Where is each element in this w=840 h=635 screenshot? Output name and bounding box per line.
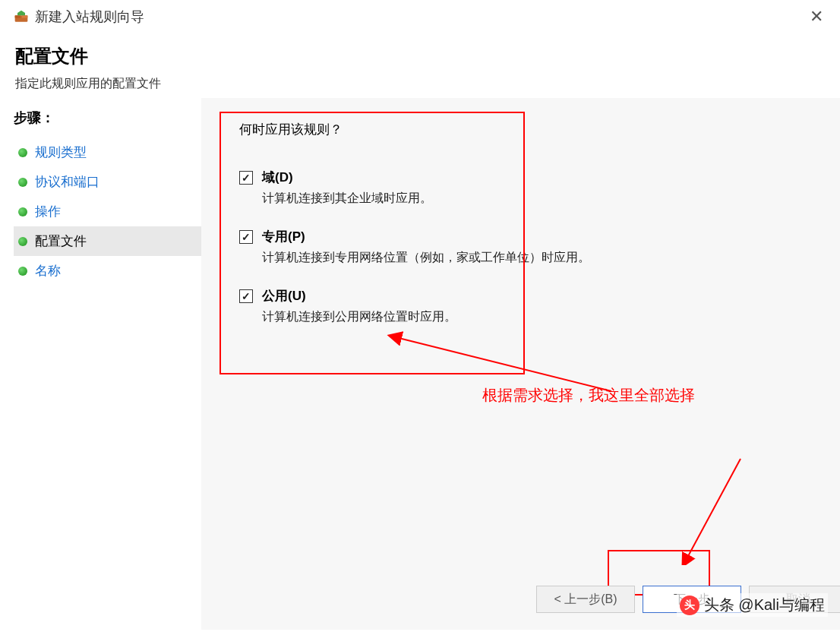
- titlebar: 新建入站规则向导 ✕: [0, 0, 840, 30]
- annotation-arrow-to-next: [680, 455, 748, 565]
- watermark: 头 头条 @Kali与编程: [677, 593, 828, 617]
- back-button[interactable]: < 上一步(B): [536, 586, 635, 613]
- step-protocol-port[interactable]: 协议和端口: [14, 167, 201, 197]
- firewall-icon: [14, 9, 29, 24]
- step-action[interactable]: 操作: [14, 197, 201, 226]
- option-private: 专用(P) 计算机连接到专用网络位置（例如，家或工作单位）时应用。: [239, 228, 810, 266]
- bullet-icon: [18, 237, 27, 246]
- option-public: 公用(U) 计算机连接到公用网络位置时应用。: [239, 287, 810, 325]
- watermark-logo-icon: 头: [680, 596, 699, 615]
- step-rule-type[interactable]: 规则类型: [14, 137, 201, 167]
- annotation-text: 根据需求选择，我这里全部选择: [482, 385, 695, 406]
- option-label: 域(D): [262, 169, 293, 186]
- question-text: 何时应用该规则？: [239, 121, 810, 138]
- content-pane: 何时应用该规则？ 域(D) 计算机连接到其企业域时应用。 专用(P) 计算机连接…: [201, 98, 840, 630]
- step-profile[interactable]: 配置文件: [14, 226, 201, 256]
- page-title: 配置文件: [15, 44, 825, 68]
- svg-rect-2: [22, 15, 28, 17]
- option-desc: 计算机连接到公用网络位置时应用。: [262, 309, 810, 325]
- step-label: 规则类型: [35, 144, 87, 161]
- header: 配置文件 指定此规则应用的配置文件: [0, 30, 840, 98]
- window-title: 新建入站规则向导: [35, 8, 144, 26]
- bullet-icon: [18, 267, 27, 276]
- checkbox-public[interactable]: [239, 289, 253, 303]
- option-domain: 域(D) 计算机连接到其企业域时应用。: [239, 169, 810, 207]
- option-desc: 计算机连接到其企业域时应用。: [262, 191, 810, 207]
- checkbox-private[interactable]: [239, 230, 253, 244]
- checkbox-domain[interactable]: [239, 171, 253, 185]
- step-label: 名称: [35, 262, 61, 280]
- bullet-icon: [18, 207, 27, 216]
- option-label: 公用(U): [262, 287, 306, 305]
- option-label: 专用(P): [262, 228, 305, 245]
- step-label: 配置文件: [35, 232, 87, 250]
- svg-rect-1: [15, 15, 21, 17]
- watermark-text: 头条 @Kali与编程: [704, 595, 825, 615]
- svg-line-3: [399, 338, 611, 391]
- bullet-icon: [18, 178, 27, 187]
- close-icon[interactable]: ✕: [802, 4, 831, 30]
- step-name[interactable]: 名称: [14, 256, 201, 286]
- page-subtitle: 指定此规则应用的配置文件: [15, 76, 825, 92]
- step-label: 协议和端口: [35, 173, 99, 191]
- step-label: 操作: [35, 203, 61, 220]
- bullet-icon: [18, 148, 27, 157]
- option-desc: 计算机连接到专用网络位置（例如，家或工作单位）时应用。: [262, 250, 810, 266]
- svg-line-4: [687, 459, 741, 558]
- sidebar: 步骤： 规则类型 协议和端口 操作 配置文件 名称: [0, 98, 201, 630]
- steps-heading: 步骤：: [14, 109, 201, 127]
